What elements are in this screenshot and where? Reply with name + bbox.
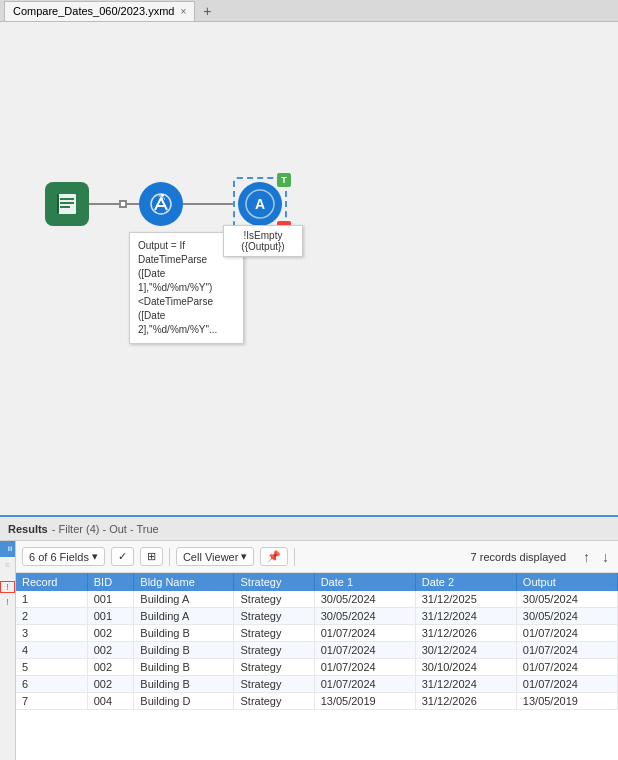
sidebar-btn-1[interactable]: ≡ — [0, 541, 15, 557]
results-title: Results — [8, 523, 48, 535]
fields-label: 6 of 6 Fields — [29, 551, 89, 563]
tab-label: Compare_Dates_060/2023.yxmd — [13, 5, 174, 17]
table-header-row: Record BID Bldg Name Strategy Date 1 Dat… — [16, 573, 618, 591]
cell-r5-c0: 5 — [16, 659, 87, 676]
cell-r2-c5: 31/12/2024 — [415, 608, 516, 625]
table-row[interactable]: 3002Building BStrategy01/07/202431/12/20… — [16, 625, 618, 642]
cell-r4-c6: 01/07/2024 — [516, 642, 617, 659]
cell-r7-c5: 31/12/2026 — [415, 693, 516, 710]
cell-r5-c6: 01/07/2024 — [516, 659, 617, 676]
col-bid[interactable]: BID — [87, 573, 134, 591]
cell-r3-c4: 01/07/2024 — [314, 625, 415, 642]
cell-r7-c2: Building D — [134, 693, 234, 710]
formula-node-wrapper: ⚗ Output = If DateTimeParse ([Date 1],"%… — [139, 182, 183, 226]
cell-r1-c6: 30/05/2024 — [516, 591, 617, 608]
grid-icon: ⊞ — [147, 550, 156, 563]
cell-r4-c4: 01/07/2024 — [314, 642, 415, 659]
cell-r2-c2: Building A — [134, 608, 234, 625]
cell-r7-c0: 7 — [16, 693, 87, 710]
col-date1[interactable]: Date 1 — [314, 573, 415, 591]
results-main: 6 of 6 Fields ▾ ✓ ⊞ Cell Viewer ▾ 📌 — [16, 541, 618, 760]
toolbar-separator-2 — [294, 548, 295, 566]
main-tab[interactable]: Compare_Dates_060/2023.yxmd × — [4, 1, 195, 21]
table-row[interactable]: 1001Building AStrategy30/05/202431/12/20… — [16, 591, 618, 608]
cell-viewer-chevron-icon: ▾ — [241, 550, 247, 563]
svg-rect-3 — [60, 202, 74, 204]
table-row[interactable]: 5002Building BStrategy01/07/202430/10/20… — [16, 659, 618, 676]
cell-r2-c1: 001 — [87, 608, 134, 625]
table-row[interactable]: 2001Building AStrategy30/05/202431/12/20… — [16, 608, 618, 625]
toolbar-separator-1 — [169, 548, 170, 566]
cell-r7-c3: Strategy — [234, 693, 314, 710]
cell-r2-c4: 30/05/2024 — [314, 608, 415, 625]
connector-1 — [89, 203, 119, 205]
input-node-wrapper — [45, 182, 89, 226]
cell-r6-c6: 01/07/2024 — [516, 676, 617, 693]
cell-r1-c5: 31/12/2025 — [415, 591, 516, 608]
sort-down-button[interactable]: ↓ — [599, 548, 612, 566]
fields-chevron-icon: ▾ — [92, 550, 98, 563]
sidebar-btn-2[interactable]: ≡ — [0, 557, 15, 573]
sidebar-btn-red2[interactable]: ! — [0, 597, 15, 607]
svg-point-6 — [143, 186, 179, 222]
cell-r3-c0: 3 — [16, 625, 87, 642]
cell-r1-c3: Strategy — [234, 591, 314, 608]
fields-button[interactable]: 6 of 6 Fields ▾ — [22, 547, 105, 566]
port-1 — [119, 200, 127, 208]
workflow: ⚗ Output = If DateTimeParse ([Date 1],"%… — [45, 177, 618, 231]
records-count: 7 records displayed — [471, 551, 566, 563]
table-wrapper[interactable]: Record BID Bldg Name Strategy Date 1 Dat… — [16, 573, 618, 758]
results-filter-info: - Filter (4) - Out - True — [52, 523, 159, 535]
cell-r1-c0: 1 — [16, 591, 87, 608]
sort-up-button[interactable]: ↑ — [580, 548, 593, 566]
connector-2 — [127, 203, 139, 205]
svg-rect-2 — [60, 198, 74, 200]
cell-r4-c5: 30/12/2024 — [415, 642, 516, 659]
results-toolbar: 6 of 6 Fields ▾ ✓ ⊞ Cell Viewer ▾ 📌 — [16, 541, 618, 573]
cell-r6-c2: Building B — [134, 676, 234, 693]
left-sidebar: ≡ ≡ ! ! — [0, 541, 16, 760]
cell-r1-c4: 30/05/2024 — [314, 591, 415, 608]
cell-r2-c3: Strategy — [234, 608, 314, 625]
check-button[interactable]: ✓ — [111, 547, 134, 566]
filter-node[interactable]: A — [238, 182, 282, 226]
tab-close-icon[interactable]: × — [180, 6, 186, 17]
input-node[interactable] — [45, 182, 89, 226]
sidebar-btn-red[interactable]: ! — [0, 581, 15, 593]
table-row[interactable]: 6002Building BStrategy01/07/202431/12/20… — [16, 676, 618, 693]
col-output[interactable]: Output — [516, 573, 617, 591]
cell-r3-c1: 002 — [87, 625, 134, 642]
svg-rect-4 — [60, 206, 70, 208]
badge-true: T — [277, 173, 291, 187]
table-row[interactable]: 4002Building BStrategy01/07/202430/12/20… — [16, 642, 618, 659]
results-panel: Results - Filter (4) - Out - True ≡ ≡ ! … — [0, 515, 618, 760]
table-row[interactable]: 7004Building DStrategy13/05/201931/12/20… — [16, 693, 618, 710]
col-date2[interactable]: Date 2 — [415, 573, 516, 591]
cell-viewer-button[interactable]: Cell Viewer ▾ — [176, 547, 254, 566]
cell-r1-c2: Building A — [134, 591, 234, 608]
check-icon: ✓ — [118, 550, 127, 563]
svg-text:A: A — [255, 196, 265, 212]
cell-r6-c3: Strategy — [234, 676, 314, 693]
cell-r6-c1: 002 — [87, 676, 134, 693]
cell-r3-c3: Strategy — [234, 625, 314, 642]
cell-r6-c0: 6 — [16, 676, 87, 693]
cell-r4-c1: 002 — [87, 642, 134, 659]
svg-rect-5 — [57, 194, 59, 214]
connector-3 — [183, 203, 233, 205]
tab-add-icon[interactable]: + — [199, 3, 215, 19]
cell-r3-c6: 01/07/2024 — [516, 625, 617, 642]
col-strategy[interactable]: Strategy — [234, 573, 314, 591]
formula-node[interactable]: ⚗ — [139, 182, 183, 226]
grid-button[interactable]: ⊞ — [140, 547, 163, 566]
results-header: Results - Filter (4) - Out - True — [0, 517, 618, 541]
pin-button[interactable]: 📌 — [260, 547, 288, 566]
cell-r5-c5: 30/10/2024 — [415, 659, 516, 676]
filter-tooltip: !IsEmpty ({Output}) — [223, 225, 303, 257]
cell-r7-c6: 13/05/2019 — [516, 693, 617, 710]
col-record[interactable]: Record — [16, 573, 87, 591]
cell-r3-c5: 31/12/2026 — [415, 625, 516, 642]
cell-r4-c0: 4 — [16, 642, 87, 659]
col-bldg-name[interactable]: Bldg Name — [134, 573, 234, 591]
cell-r2-c6: 30/05/2024 — [516, 608, 617, 625]
